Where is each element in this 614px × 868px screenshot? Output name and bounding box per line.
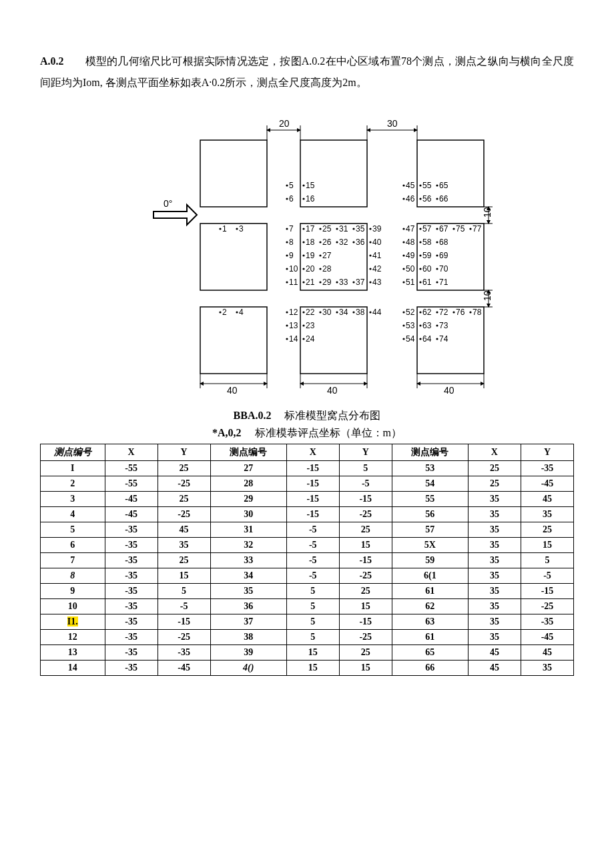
table-cell: 35 xyxy=(468,568,521,584)
table-cell: 5 xyxy=(521,553,573,568)
table-cell: -35 xyxy=(105,661,158,676)
hdr-x-2: X xyxy=(286,444,339,461)
svg-text:53: 53 xyxy=(406,321,415,330)
table-cell: -15 xyxy=(286,492,339,507)
table-header-row: 测点编号 X Y 测点编号 X Y 测点编号 X Y xyxy=(41,444,574,461)
svg-text:54: 54 xyxy=(406,334,415,344)
table-cell: 34 xyxy=(210,568,286,584)
svg-text:13: 13 xyxy=(289,321,298,330)
svg-point-116 xyxy=(402,268,404,270)
table-cell: 53 xyxy=(392,461,468,476)
table-cell: 38 xyxy=(210,630,286,645)
table-cell: -5 xyxy=(286,553,339,568)
svg-point-90 xyxy=(419,241,421,243)
table-cell: I xyxy=(41,461,105,476)
svg-text:34: 34 xyxy=(339,308,348,317)
table-cell: 2 xyxy=(41,476,105,492)
svg-point-122 xyxy=(286,281,288,283)
table-cell: 35 xyxy=(468,507,521,522)
svg-text:72: 72 xyxy=(439,308,448,317)
svg-point-166 xyxy=(286,324,288,326)
table-cell: 5 xyxy=(41,522,105,538)
svg-text:43: 43 xyxy=(372,278,382,287)
svg-point-34 xyxy=(402,184,404,186)
svg-point-110 xyxy=(302,268,304,270)
svg-point-146 xyxy=(302,311,304,313)
table-cell: 65 xyxy=(392,645,468,661)
svg-point-42 xyxy=(302,197,304,199)
svg-point-138 xyxy=(436,281,438,283)
table-cell: 59 xyxy=(392,553,468,568)
svg-text:10: 10 xyxy=(289,264,298,274)
table-cell: -25 xyxy=(158,507,210,522)
zero-degree-label: 0° xyxy=(164,198,172,209)
svg-text:24: 24 xyxy=(306,334,315,344)
svg-point-178 xyxy=(302,338,304,340)
table-row: 10-35-5365156235-25 xyxy=(41,599,574,614)
table-cell: -25 xyxy=(158,476,210,492)
svg-text:23: 23 xyxy=(306,321,315,330)
svg-point-112 xyxy=(319,268,321,270)
svg-text:20: 20 xyxy=(306,264,315,274)
svg-point-60 xyxy=(336,228,338,230)
table-row: 12-35-25385-256135-45 xyxy=(41,630,574,645)
table-cell: 4 xyxy=(41,507,105,522)
svg-point-130 xyxy=(352,281,354,283)
table-cell: 5 xyxy=(286,584,339,599)
hdr-x-3: X xyxy=(468,444,521,461)
table-cell: 35 xyxy=(468,630,521,645)
table-cell: 5 xyxy=(286,614,339,630)
table-cell: -25 xyxy=(339,568,392,584)
svg-point-84 xyxy=(352,241,354,243)
table-cell: 27 xyxy=(210,461,286,476)
table-cell: 45 xyxy=(468,661,521,676)
table-cell: 37 xyxy=(210,614,286,630)
svg-text:49: 49 xyxy=(406,251,415,260)
table-cell: 25 xyxy=(339,645,392,661)
table-cell: 25 xyxy=(158,461,210,476)
table-cell: 25 xyxy=(468,476,521,492)
svg-point-170 xyxy=(402,324,404,326)
body-paragraph: A.0.2 模型的几何缩尺比可根据实际情况选定，按图A.0.2在中心区域布置78… xyxy=(40,51,574,93)
svg-text:42: 42 xyxy=(372,264,382,274)
svg-point-66 xyxy=(402,228,404,230)
table-cell: 5X xyxy=(392,538,468,553)
table-row: 3-452529-15-15553545 xyxy=(41,492,574,507)
table-cell: 6(1 xyxy=(392,568,468,584)
svg-rect-1 xyxy=(200,224,267,290)
svg-point-94 xyxy=(286,254,288,256)
figure-title: 标准模型窝点分布图 xyxy=(284,410,380,421)
svg-point-126 xyxy=(319,281,321,283)
svg-text:28: 28 xyxy=(322,264,332,274)
svg-point-136 xyxy=(419,281,421,283)
svg-point-144 xyxy=(286,311,288,313)
svg-point-162 xyxy=(452,311,454,313)
table-cell: 15 xyxy=(286,645,339,661)
figure-caption: BBA.0.2 标准模型窝点分布图 xyxy=(40,407,574,424)
table-cell: 30 xyxy=(210,507,286,522)
table-cell: 39 xyxy=(210,645,286,661)
table-row: 13-35-35391525654545 xyxy=(41,645,574,661)
table-cell: -45 xyxy=(105,507,158,522)
table-cell: 25 xyxy=(158,492,210,507)
svg-text:27: 27 xyxy=(322,251,332,260)
svg-point-140 xyxy=(219,311,221,313)
table-cell: 54 xyxy=(392,476,468,492)
table-cell: -15 xyxy=(286,476,339,492)
svg-text:48: 48 xyxy=(406,238,415,247)
svg-point-104 xyxy=(419,254,421,256)
table-row: 4-45-2530-15-25563535 xyxy=(41,507,574,522)
table-cell: -15 xyxy=(339,492,392,507)
svg-text:57: 57 xyxy=(422,224,432,234)
svg-point-86 xyxy=(369,241,371,243)
table-cell: -35 xyxy=(105,568,158,584)
svg-point-160 xyxy=(436,311,438,313)
svg-text:16: 16 xyxy=(306,194,315,203)
svg-point-108 xyxy=(286,268,288,270)
svg-text:7: 7 xyxy=(289,224,294,234)
hdr-y-1: Y xyxy=(158,444,210,461)
svg-point-40 xyxy=(286,197,288,199)
table-cell: 55 xyxy=(392,492,468,507)
table-cell: 10 xyxy=(41,599,105,614)
svg-point-98 xyxy=(319,254,321,256)
